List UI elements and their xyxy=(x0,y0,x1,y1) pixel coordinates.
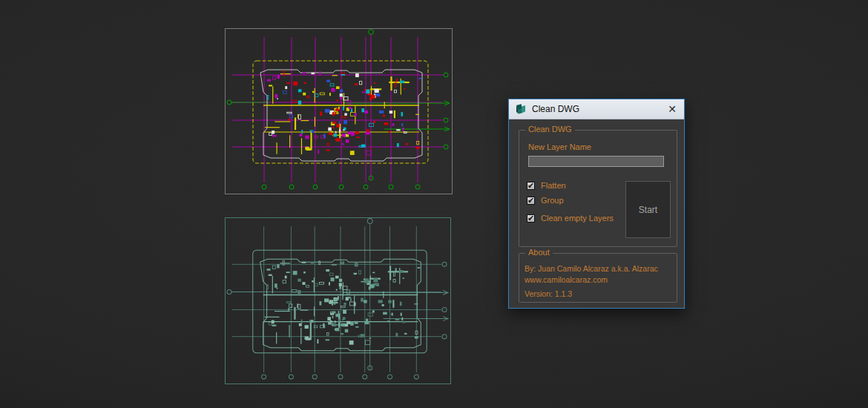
about-author-text: By: Juan Camilo Alcaraz a.k.a. Alzarac xyxy=(525,264,658,273)
cleaned-dwg-drawing[interactable] xyxy=(225,217,451,384)
max-viewport[interactable]: Clean DWG ✕ Clean DWG New Layer Name Fla… xyxy=(0,0,868,408)
flatten-label: Flatten xyxy=(541,181,566,190)
clean-empty-layers-checkbox-row: Clean empty Layers xyxy=(527,213,614,223)
3dsmax-logo-icon xyxy=(515,103,527,115)
new-layer-name-input[interactable] xyxy=(528,156,664,167)
start-button[interactable]: Start xyxy=(625,181,671,238)
close-icon[interactable]: ✕ xyxy=(668,99,677,119)
clean-dwg-window: Clean DWG ✕ Clean DWG New Layer Name Fla… xyxy=(508,99,685,309)
original-dwg-drawing[interactable] xyxy=(225,28,453,194)
dialog-body: Clean DWG New Layer Name Flatten Group C… xyxy=(509,119,684,308)
about-groupbox-label: About xyxy=(525,248,553,257)
flatten-checkbox-row: Flatten xyxy=(527,180,566,191)
flatten-checkbox[interactable] xyxy=(527,182,535,190)
about-version-text: Version: 1.1.3 xyxy=(525,289,572,298)
clean-dwg-groupbox-label: Clean DWG xyxy=(525,125,575,134)
window-title: Clean DWG xyxy=(532,104,579,114)
clean-empty-layers-label: Clean empty Layers xyxy=(541,214,614,223)
group-checkbox-row: Group xyxy=(527,195,564,205)
new-layer-name-label: New Layer Name xyxy=(528,142,591,151)
group-checkbox[interactable] xyxy=(527,197,535,205)
window-titlebar[interactable]: Clean DWG ✕ xyxy=(509,99,684,119)
about-website-text: www.camiloalcaraz.com xyxy=(525,275,608,284)
clean-empty-layers-checkbox[interactable] xyxy=(527,214,535,223)
group-label: Group xyxy=(541,196,564,205)
